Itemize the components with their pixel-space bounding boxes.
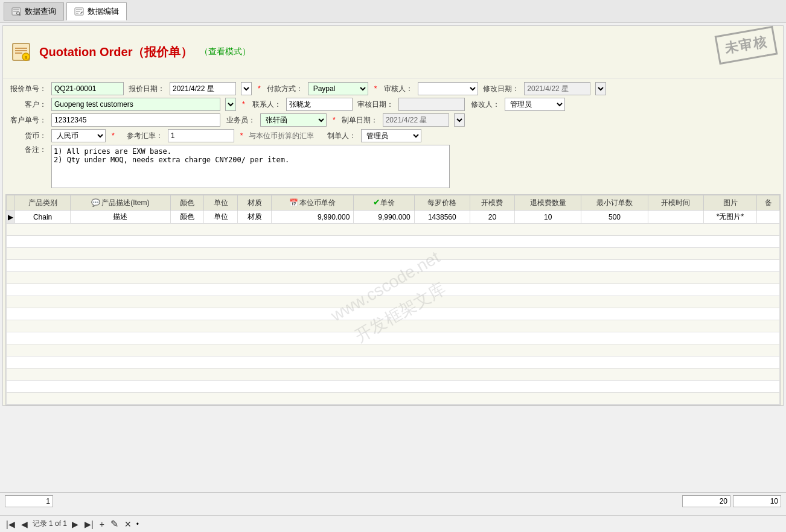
- nav-spacer: •: [136, 520, 139, 528]
- cell-refund-qty: 10: [514, 211, 581, 224]
- form-row-1: 报价单号： 报价日期： ▼ * 付款方式： Paypal * 审核人： 修改日期…: [10, 82, 776, 95]
- table-row-empty12: [7, 356, 780, 369]
- stamp-container: 未审核: [703, 31, 776, 73]
- col-mold-fee: 开模费: [470, 195, 514, 211]
- cell-product-desc: 描述: [71, 211, 170, 224]
- customer-label: 客户：: [10, 100, 46, 110]
- customer-no-label: 客户单号：: [10, 115, 46, 125]
- quotation-no-input[interactable]: [51, 82, 124, 95]
- payment-label: 付款方式：: [267, 84, 303, 94]
- modifier-select: 管理员: [505, 98, 565, 111]
- cell-unit: 单位: [204, 211, 238, 224]
- form-row-remarks: 备注： 1) All prices are EXW base. 2) Qty u…: [10, 145, 776, 188]
- nav-last[interactable]: ▶|: [83, 519, 95, 529]
- quotation-no-label: 报价单号：: [10, 84, 46, 94]
- form-row-3: 客户单号： 业务员： 张轩函 * 制单日期： ▼: [10, 113, 776, 127]
- main-panel: $ Quotation Order（报价单） （查看模式） 未审核 报价单号： …: [2, 25, 784, 406]
- reviewer-select[interactable]: [418, 82, 478, 95]
- cell-min-order: 500: [581, 211, 648, 224]
- status-val1[interactable]: [682, 495, 730, 507]
- data-table: 产品类别 💬产品描述(Item) 颜色 单位 材质 📅本位币单价 ✔单价 每罗价…: [6, 195, 780, 405]
- table-row-empty9: [7, 320, 780, 332]
- modify-date-input: [524, 82, 590, 95]
- currency-label: 货币：: [10, 131, 46, 141]
- currency-select[interactable]: 人民币: [51, 129, 106, 142]
- tab-edit-label: 数据编辑: [88, 6, 119, 17]
- customer-no-input[interactable]: [51, 113, 220, 127]
- cell-mold-time: [648, 211, 703, 224]
- chat-icon: 💬: [91, 198, 100, 207]
- table-row-empty2: [7, 236, 780, 248]
- nav-next[interactable]: ▶: [71, 519, 80, 529]
- made-date-dropdown: ▼: [454, 113, 465, 127]
- cell-image: *无图片*: [703, 211, 756, 224]
- made-date-input: [383, 113, 449, 127]
- cell-per-dozen: 1438560: [414, 211, 470, 224]
- quotation-date-label: 报价日期：: [129, 84, 165, 94]
- header-left: $ Quotation Order（报价单） （查看模式）: [10, 41, 251, 63]
- table-row[interactable]: ▶ Chain 描述 颜色 单位 材质 9,990.000 9,990.000 …: [7, 211, 780, 224]
- cell-unit-price: 9,990.000: [354, 211, 414, 224]
- salesperson-select[interactable]: 张轩函: [260, 113, 327, 127]
- nav-first[interactable]: |◀: [5, 519, 16, 529]
- review-date-label: 审核日期：: [357, 100, 394, 110]
- status-val2[interactable]: [733, 495, 781, 507]
- remarks-textarea[interactable]: 1) All prices are EXW base. 2) Qty under…: [51, 145, 450, 188]
- form-area: 报价单号： 报价日期： ▼ * 付款方式： Paypal * 审核人： 修改日期…: [3, 78, 783, 194]
- col-unit: 单位: [204, 195, 238, 211]
- nav-delete[interactable]: ✕: [123, 519, 133, 529]
- quotation-date-dropdown[interactable]: ▼: [241, 82, 252, 95]
- modify-date-dropdown[interactable]: ▼: [595, 82, 606, 95]
- maker-select: 管理员: [361, 129, 421, 142]
- modify-date-label: 修改日期：: [483, 84, 519, 94]
- col-refund-qty: 退模费数量: [514, 195, 581, 211]
- maker-label: 制单人：: [326, 131, 356, 141]
- table-row-empty6: [7, 284, 780, 296]
- customer-input[interactable]: [51, 98, 220, 111]
- tab-query-label: 数据查询: [25, 6, 56, 17]
- table-row-empty14: [7, 381, 780, 393]
- col-min-order: 最小订单数: [581, 195, 648, 211]
- col-color: 颜色: [170, 195, 204, 211]
- table-row-empty8: [7, 308, 780, 320]
- exchange-rate-input[interactable]: [168, 129, 234, 142]
- cell-mold-fee: 20: [470, 211, 514, 224]
- req3: *: [242, 100, 245, 109]
- svg-text:$: $: [25, 55, 28, 60]
- payment-select[interactable]: Paypal: [308, 82, 368, 95]
- form-header: $ Quotation Order（报价单） （查看模式） 未审核: [3, 26, 783, 78]
- tab-query[interactable]: 数据查询: [4, 2, 64, 21]
- nav-edit[interactable]: ✎: [109, 518, 120, 530]
- col-material: 材质: [238, 195, 272, 211]
- page-input[interactable]: [5, 495, 53, 507]
- contact-input[interactable]: [286, 98, 353, 111]
- req1: *: [258, 84, 261, 93]
- form-row-4: 货币： 人民币 * 参考汇率： * 与本位币折算的汇率 制单人： 管理员: [10, 129, 776, 142]
- row-indicator: ▶: [7, 211, 15, 224]
- form-row-2: 客户： ▼ * 联系人： 审核日期： 修改人： 管理员: [10, 98, 776, 111]
- table-row-empty15: [7, 393, 780, 405]
- query-icon: [11, 7, 21, 16]
- col-indicator: [7, 195, 15, 211]
- table-row-empty3: [7, 248, 780, 260]
- status-bar: [0, 492, 786, 509]
- col-product-category: 产品类别: [15, 195, 71, 211]
- col-per-dozen: 每罗价格: [414, 195, 470, 211]
- quotation-date-input[interactable]: [170, 82, 236, 95]
- col-mold-time: 开模时间: [648, 195, 703, 211]
- tab-edit[interactable]: 数据编辑: [66, 2, 127, 21]
- col-product-desc: 💬产品描述(Item): [71, 195, 170, 211]
- col-note: 备: [757, 195, 780, 211]
- col-base-price: 📅本位币单价: [272, 195, 354, 211]
- exchange-rate-label: 参考汇率：: [121, 131, 163, 141]
- stamp: 未审核: [715, 26, 778, 65]
- col-unit-price: ✔单价: [354, 195, 414, 211]
- cell-base-price: 9,990.000: [272, 211, 354, 224]
- nav-add[interactable]: +: [98, 519, 106, 529]
- req4: *: [333, 116, 336, 124]
- table-row-empty: [7, 224, 780, 236]
- nav-prev[interactable]: ◀: [20, 519, 29, 529]
- review-date-input: [398, 98, 465, 111]
- contact-label: 联系人：: [251, 100, 281, 110]
- customer-dropdown[interactable]: ▼: [225, 98, 236, 111]
